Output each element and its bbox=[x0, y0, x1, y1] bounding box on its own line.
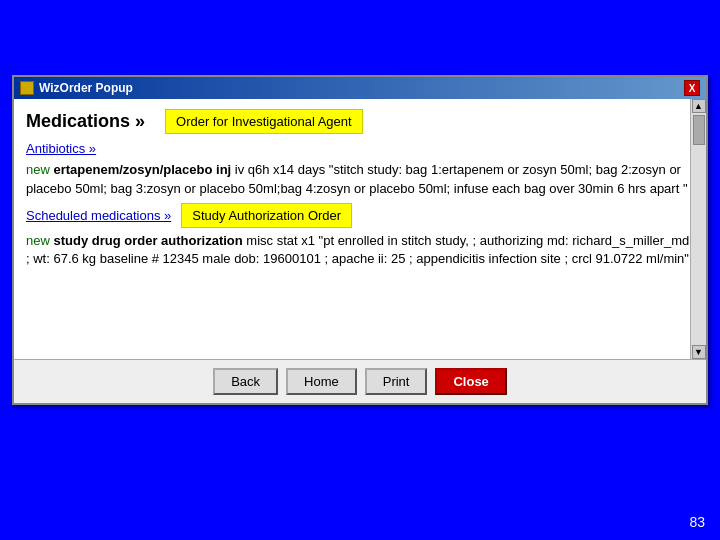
window: WizOrder Popup X Medications » Order for… bbox=[12, 75, 708, 405]
antibiotics-new-label: new bbox=[26, 162, 50, 177]
scheduled-link[interactable]: Scheduled medications » bbox=[26, 208, 171, 223]
scrollbar[interactable]: ▲ ▼ bbox=[690, 99, 706, 359]
scroll-down-arrow[interactable]: ▼ bbox=[692, 345, 706, 359]
scheduled-new-label: new bbox=[26, 233, 50, 248]
page-number: 83 bbox=[689, 514, 705, 530]
window-icon bbox=[20, 81, 34, 95]
scroll-thumb[interactable] bbox=[693, 115, 705, 145]
window-title: WizOrder Popup bbox=[39, 81, 133, 95]
antibiotics-med-name: ertapenem/zosyn/placebo inj bbox=[53, 162, 231, 177]
investigational-badge: Order for Investigational Agent bbox=[165, 109, 363, 134]
title-bar: WizOrder Popup X bbox=[14, 77, 706, 99]
scheduled-section: new study drug order authorization misc … bbox=[26, 232, 694, 270]
study-auth-badge: Study Authorization Order bbox=[181, 203, 352, 228]
content-area: Medications » Order for Investigational … bbox=[14, 99, 706, 359]
window-close-button[interactable]: X bbox=[684, 80, 700, 96]
back-button[interactable]: Back bbox=[213, 368, 278, 395]
print-button[interactable]: Print bbox=[365, 368, 428, 395]
antibiotics-link[interactable]: Antibiotics » bbox=[26, 141, 96, 156]
medications-title: Medications » bbox=[26, 111, 145, 132]
scheduled-med-name: study drug order authorization bbox=[53, 233, 242, 248]
antibiotics-section: Antibiotics » new ertapenem/zosyn/placeb… bbox=[26, 140, 694, 199]
close-button[interactable]: Close bbox=[435, 368, 506, 395]
home-button[interactable]: Home bbox=[286, 368, 357, 395]
scroll-up-arrow[interactable]: ▲ bbox=[692, 99, 706, 113]
footer-bar: Back Home Print Close bbox=[14, 359, 706, 403]
